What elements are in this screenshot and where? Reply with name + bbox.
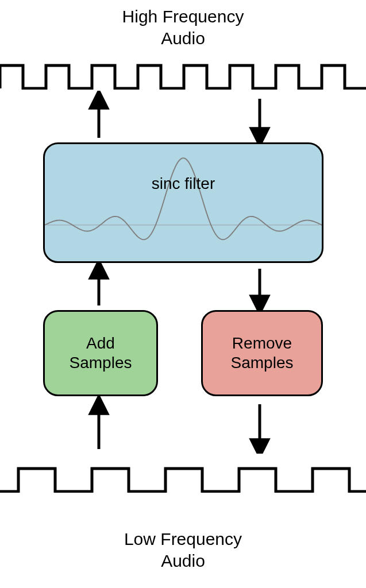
remove-box-line1: Remove [232, 334, 292, 352]
top-title: High Frequency Audio [0, 6, 366, 49]
high-freq-wave-icon [0, 63, 366, 90]
top-title-line2: Audio [161, 29, 205, 48]
top-title-line1: High Frequency [122, 7, 244, 26]
top-arrows [0, 91, 366, 142]
bottom-arrows [0, 396, 366, 454]
sinc-filter-label: sinc filter [45, 174, 322, 194]
add-samples-box: Add Samples [43, 310, 158, 396]
add-box-line1: Add [86, 334, 115, 352]
bottom-title: Low Frequency Audio [0, 528, 366, 571]
mid-arrows [0, 263, 366, 310]
low-freq-wave-icon [0, 466, 366, 493]
add-box-line2: Samples [70, 354, 132, 372]
sinc-curve-icon [45, 144, 322, 261]
bottom-title-line1: Low Frequency [124, 529, 242, 548]
bottom-title-line2: Audio [161, 551, 205, 570]
diagram-canvas: High Frequency Audio sinc filter [0, 0, 366, 588]
remove-box-line2: Samples [231, 354, 294, 372]
sinc-filter-box: sinc filter [43, 142, 323, 263]
remove-samples-box: Remove Samples [201, 310, 323, 396]
